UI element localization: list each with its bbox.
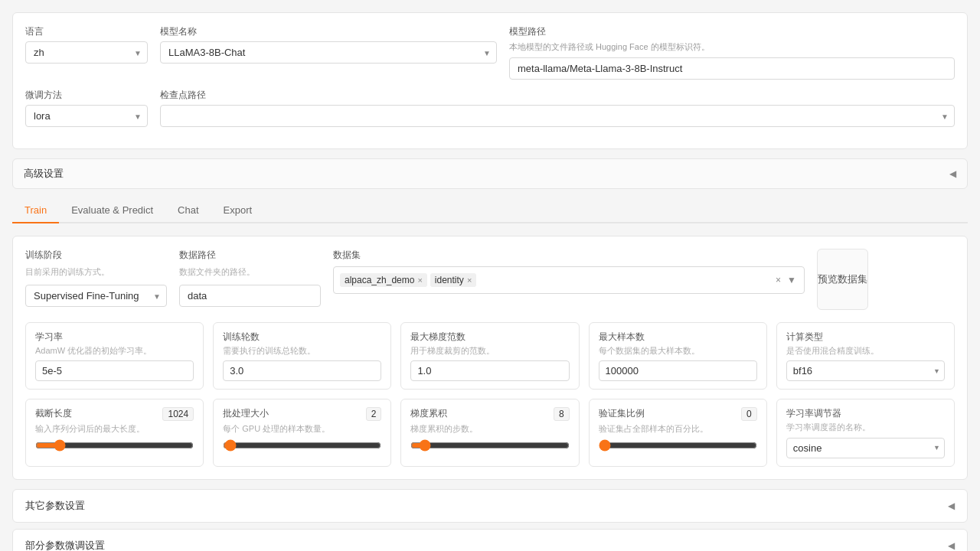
dataset-tag-identity-label: identity <box>435 275 464 285</box>
val-size-label: 验证集比例 <box>599 407 645 420</box>
lr-scheduler-card: 学习率调节器 学习率调度器的名称。 cosine linear constant… <box>776 399 955 466</box>
compute-type-select-wrapper: bf16 fp16 fp32 pure_bf16 ▼ <box>786 360 945 381</box>
finetune-method-select[interactable]: lora full freeze <box>25 105 148 127</box>
preview-col: 预览数据集 <box>817 249 955 310</box>
cutoff-len-label: 截断长度 <box>35 407 72 420</box>
tab-evaluate[interactable]: Evaluate & Predict <box>59 198 165 223</box>
grad-accum-label: 梯度累积 <box>410 407 447 420</box>
dataset-tag-identity-remove[interactable]: × <box>467 276 472 285</box>
lang-select[interactable]: zh en <box>25 41 148 64</box>
compute-type-label: 计算类型 <box>786 331 945 344</box>
grad-accum-value: 8 <box>554 407 570 421</box>
train-stage-select[interactable]: Supervised Fine-Tuning Pre-Training RLHF <box>25 285 167 307</box>
max-grad-norm-input[interactable] <box>410 360 569 381</box>
train-stage-hint: 目前采用的训练方式。 <box>25 266 167 277</box>
learning-rate-input[interactable] <box>35 360 194 381</box>
cutoff-len-value: 1024 <box>162 407 194 421</box>
partial-finetune-section[interactable]: 部分参数微调设置 ◀ <box>12 529 968 551</box>
train-stage-field: 训练阶段 目前采用的训练方式。 Supervised Fine-Tuning P… <box>25 249 167 310</box>
partial-finetune-icon: ◀ <box>948 540 955 551</box>
finetune-method-field: 微调方法 lora full freeze ▼ <box>25 89 148 127</box>
max-grad-norm-hint: 用于梯度裁剪的范数。 <box>410 345 569 356</box>
dataset-tag-input[interactable]: alpaca_zh_demo × identity × × ▼ <box>333 266 805 294</box>
preview-dataset-button[interactable]: 预览数据集 <box>817 249 868 310</box>
model-name-select-wrapper: LLaMA3-8B-Chat LLaMA2-7B Qwen-7B ▼ <box>160 41 497 64</box>
learning-rate-card: 学习率 AdamW 优化器的初始学习率。 <box>25 322 204 390</box>
train-stage-select-wrapper: Supervised Fine-Tuning Pre-Training RLHF… <box>25 285 167 307</box>
batch-size-hint: 每个 GPU 处理的样本数量。 <box>223 423 381 434</box>
page: 语言 zh en ▼ 模型名称 LLaMA3-8B-Chat LLaMA2-7B… <box>0 0 980 551</box>
lr-scheduler-hint: 学习率调度器的名称。 <box>786 422 945 432</box>
finetune-select-wrapper: lora full freeze ▼ <box>25 105 148 127</box>
cutoff-len-slider[interactable] <box>35 439 194 452</box>
data-path-label: 数据路径 <box>179 249 321 262</box>
checkpoint-select-wrapper: ▼ <box>160 105 955 127</box>
max-grad-norm-card: 最大梯度范数 用于梯度裁剪的范数。 <box>400 322 579 390</box>
batch-size-slider[interactable] <box>223 439 381 452</box>
dataset-tag-alpaca: alpaca_zh_demo × <box>340 273 427 287</box>
finetune-method-label: 微调方法 <box>25 89 148 102</box>
model-name-select[interactable]: LLaMA3-8B-Chat LLaMA2-7B Qwen-7B <box>160 41 497 64</box>
tab-train[interactable]: Train <box>12 198 59 223</box>
checkpoint-path-field: 检查点路径 ▼ <box>160 89 955 127</box>
model-path-input[interactable] <box>509 57 955 80</box>
lr-scheduler-label: 学习率调节器 <box>786 407 945 420</box>
batch-size-card: 批处理大小 2 每个 GPU 处理的样本数量。 <box>213 399 391 466</box>
dataset-tag-identity: identity × <box>430 273 476 287</box>
dataset-dropdown-btn[interactable]: ▼ <box>786 273 798 287</box>
val-size-value: 0 <box>741 407 757 421</box>
params-row-2: 截断长度 1024 输入序列分词后的最大长度。 批处理大小 2 每个 GPU 处… <box>25 399 955 466</box>
tab-export[interactable]: Export <box>211 198 265 223</box>
tab-chat[interactable]: Chat <box>165 198 211 223</box>
compute-type-hint: 是否使用混合精度训练。 <box>786 345 945 356</box>
advanced-settings-header[interactable]: 高级设置 ◀ <box>12 158 968 189</box>
partial-finetune-title: 部分参数微调设置 <box>25 539 105 551</box>
learning-rate-label: 学习率 <box>35 331 194 344</box>
model-name-field: 模型名称 LLaMA3-8B-Chat LLaMA2-7B Qwen-7B ▼ <box>160 25 497 80</box>
model-path-label: 模型路径 <box>509 25 955 38</box>
num-epochs-label: 训练轮数 <box>223 331 381 344</box>
max-samples-card: 最大样本数 每个数据集的最大样本数。 <box>589 322 767 390</box>
checkpoint-path-select[interactable] <box>160 105 955 127</box>
other-params-icon: ◀ <box>948 500 955 511</box>
advanced-settings-title: 高级设置 <box>24 167 64 181</box>
other-params-section[interactable]: 其它参数设置 ◀ <box>12 489 968 523</box>
advanced-collapse-icon: ◀ <box>949 168 956 179</box>
dataset-clear-btn[interactable]: × <box>774 273 782 287</box>
dataset-input-actions: × ▼ <box>774 273 798 287</box>
max-samples-hint: 每个数据集的最大样本数。 <box>599 345 757 356</box>
max-samples-input[interactable] <box>599 360 757 381</box>
lr-scheduler-select[interactable]: cosine linear constant polynomial <box>786 438 945 458</box>
max-samples-label: 最大样本数 <box>599 331 757 344</box>
dataset-tag-alpaca-remove[interactable]: × <box>417 276 422 285</box>
num-epochs-input[interactable] <box>223 360 381 381</box>
grad-accum-hint: 梯度累积的步数。 <box>410 423 569 434</box>
data-path-input[interactable] <box>179 285 321 307</box>
model-path-field: 模型路径 本地模型的文件路径或 Hugging Face 的模型标识符。 <box>509 25 955 80</box>
val-size-card: 验证集比例 0 验证集占全部样本的百分比。 <box>589 399 767 466</box>
dataset-field: 数据集 alpaca_zh_demo × identity × × ▼ <box>333 249 805 310</box>
other-params-title: 其它参数设置 <box>25 499 85 513</box>
dataset-label: 数据集 <box>333 249 805 262</box>
dataset-tag-alpaca-label: alpaca_zh_demo <box>345 275 414 285</box>
learning-rate-hint: AdamW 优化器的初始学习率。 <box>35 345 194 356</box>
val-size-slider[interactable] <box>599 439 757 452</box>
batch-size-value: 2 <box>366 407 382 421</box>
model-name-label: 模型名称 <box>160 25 497 38</box>
top-config-card: 语言 zh en ▼ 模型名称 LLaMA3-8B-Chat LLaMA2-7B… <box>12 12 968 149</box>
training-main-card: 训练阶段 目前采用的训练方式。 Supervised Fine-Tuning P… <box>12 236 968 480</box>
compute-type-select[interactable]: bf16 fp16 fp32 pure_bf16 <box>786 360 945 381</box>
lr-scheduler-select-wrapper: cosine linear constant polynomial ▼ <box>786 438 945 458</box>
val-size-hint: 验证集占全部样本的百分比。 <box>599 423 757 434</box>
cutoff-len-hint: 输入序列分词后的最大长度。 <box>35 423 194 434</box>
num-epochs-card: 训练轮数 需要执行的训练总轮数。 <box>213 322 391 390</box>
lang-field: 语言 zh en ▼ <box>25 25 148 80</box>
grad-accum-slider[interactable] <box>410 439 569 452</box>
model-path-hint: 本地模型的文件路径或 Hugging Face 的模型标识符。 <box>509 41 955 53</box>
cutoff-len-card: 截断长度 1024 输入序列分词后的最大长度。 <box>25 399 204 466</box>
tab-bar: Train Evaluate & Predict Chat Export <box>12 198 968 223</box>
compute-type-card: 计算类型 是否使用混合精度训练。 bf16 fp16 fp32 pure_bf1… <box>776 322 955 390</box>
checkpoint-path-label: 检查点路径 <box>160 89 955 102</box>
lang-label: 语言 <box>25 25 148 38</box>
data-path-field: 数据路径 数据文件夹的路径。 <box>179 249 321 310</box>
